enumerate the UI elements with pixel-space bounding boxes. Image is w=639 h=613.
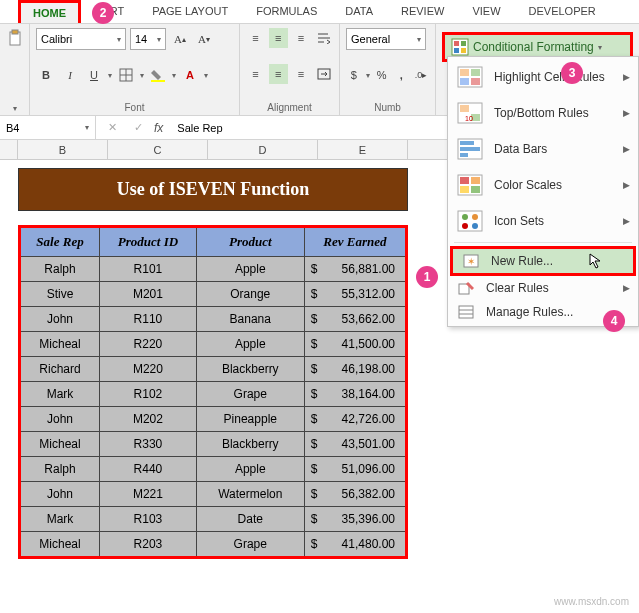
cell-pid[interactable]: R220 <box>100 332 197 357</box>
table-row[interactable]: Ralph R440 Apple $51,096.00 <box>20 457 407 482</box>
cell-rep[interactable]: Micheal <box>20 432 100 457</box>
cf-color-scales[interactable]: Color Scales ▶ <box>448 167 638 203</box>
cell-pid[interactable]: R203 <box>100 532 197 558</box>
cell-rep[interactable]: Mark <box>20 507 100 532</box>
align-middle-icon[interactable]: ≡ <box>269 28 288 48</box>
percent-button[interactable]: % <box>374 65 390 85</box>
cell-rev[interactable]: $46,198.00 <box>304 357 406 382</box>
table-row[interactable]: Micheal R330 Blackberry $43,501.00 <box>20 432 407 457</box>
cell-prod[interactable]: Pineapple <box>196 407 304 432</box>
header-rev[interactable]: Rev Earned <box>304 227 406 257</box>
table-row[interactable]: Mark R102 Grape $38,164.00 <box>20 382 407 407</box>
tab-formulas[interactable]: FORMULAS <box>242 0 331 23</box>
cell-prod[interactable]: Grape <box>196 532 304 558</box>
comma-button[interactable]: , <box>394 65 410 85</box>
cf-icon-sets[interactable]: Icon Sets ▶ <box>448 203 638 239</box>
table-row[interactable]: John M221 Watermelon $56,382.00 <box>20 482 407 507</box>
cf-new-rule[interactable]: ✶ New Rule... <box>450 246 636 276</box>
fill-color-button[interactable] <box>148 65 168 85</box>
cell-pid[interactable]: R110 <box>100 307 197 332</box>
name-box[interactable]: B4▾ <box>0 116 96 139</box>
table-row[interactable]: John R110 Banana $53,662.00 <box>20 307 407 332</box>
table-row[interactable]: Micheal R220 Apple $41,500.00 <box>20 332 407 357</box>
increase-font-icon[interactable]: A▴ <box>170 29 190 49</box>
cell-rev[interactable]: $55,312.00 <box>304 282 406 307</box>
cell-rep[interactable]: Richard <box>20 357 100 382</box>
cell-prod[interactable]: Blackberry <box>196 432 304 457</box>
cell-pid[interactable]: R440 <box>100 457 197 482</box>
cell-rep[interactable]: John <box>20 482 100 507</box>
bold-button[interactable]: B <box>36 65 56 85</box>
formula-input[interactable]: Sale Rep <box>177 122 222 134</box>
cell-pid[interactable]: R101 <box>100 257 197 282</box>
fx-icon[interactable]: fx <box>154 121 163 135</box>
tab-data[interactable]: DATA <box>331 0 387 23</box>
cell-prod[interactable]: Watermelon <box>196 482 304 507</box>
tab-pagelayout[interactable]: PAGE LAYOUT <box>138 0 242 23</box>
align-bottom-icon[interactable]: ≡ <box>292 28 311 48</box>
table-row[interactable]: Stive M201 Orange $55,312.00 <box>20 282 407 307</box>
cell-rev[interactable]: $56,382.00 <box>304 482 406 507</box>
cell-pid[interactable]: M201 <box>100 282 197 307</box>
cf-clear-rules[interactable]: Clear Rules ▶ <box>448 276 638 300</box>
merge-icon[interactable] <box>314 64 333 84</box>
cell-pid[interactable]: R103 <box>100 507 197 532</box>
cell-pid[interactable]: R330 <box>100 432 197 457</box>
cell-prod[interactable]: Date <box>196 507 304 532</box>
cell-rev[interactable]: $38,164.00 <box>304 382 406 407</box>
font-size-select[interactable]: 14▾ <box>130 28 166 50</box>
font-name-select[interactable]: Calibri▾ <box>36 28 126 50</box>
col-header[interactable]: E <box>318 140 408 159</box>
underline-button[interactable]: U <box>84 65 104 85</box>
cell-prod[interactable]: Apple <box>196 332 304 357</box>
tab-home[interactable]: HOME <box>18 0 81 23</box>
align-center-icon[interactable]: ≡ <box>269 64 288 84</box>
cell-rep[interactable]: Ralph <box>20 257 100 282</box>
font-color-button[interactable]: A <box>180 65 200 85</box>
currency-button[interactable]: $ <box>346 65 362 85</box>
cell-rep[interactable]: Stive <box>20 282 100 307</box>
cf-data-bars[interactable]: Data Bars ▶ <box>448 131 638 167</box>
cell-rev[interactable]: $35,396.00 <box>304 507 406 532</box>
cell-rep[interactable]: John <box>20 407 100 432</box>
cell-rev[interactable]: $41,480.00 <box>304 532 406 558</box>
cell-pid[interactable]: M202 <box>100 407 197 432</box>
col-header[interactable]: C <box>108 140 208 159</box>
tab-developer[interactable]: DEVELOPER <box>515 0 610 23</box>
cell-rev[interactable]: $43,501.00 <box>304 432 406 457</box>
cell-prod[interactable]: Apple <box>196 457 304 482</box>
cell-rep[interactable]: Mark <box>20 382 100 407</box>
number-format-select[interactable]: General▾ <box>346 28 426 50</box>
align-top-icon[interactable]: ≡ <box>246 28 265 48</box>
cf-top-bottom[interactable]: 10 Top/Bottom Rules ▶ <box>448 95 638 131</box>
cell-rep[interactable]: Micheal <box>20 332 100 357</box>
align-right-icon[interactable]: ≡ <box>292 64 311 84</box>
cell-rep[interactable]: Ralph <box>20 457 100 482</box>
paste-icon[interactable] <box>6 28 26 48</box>
border-button[interactable] <box>116 65 136 85</box>
table-row[interactable]: John M202 Pineapple $42,726.00 <box>20 407 407 432</box>
cell-prod[interactable]: Blackberry <box>196 357 304 382</box>
accept-formula-icon[interactable]: ✓ <box>128 118 148 138</box>
col-header[interactable]: B <box>18 140 108 159</box>
align-left-icon[interactable]: ≡ <box>246 64 265 84</box>
header-product[interactable]: Product <box>196 227 304 257</box>
cell-prod[interactable]: Apple <box>196 257 304 282</box>
cell-pid[interactable]: M220 <box>100 357 197 382</box>
italic-button[interactable]: I <box>60 65 80 85</box>
decrease-font-icon[interactable]: A▾ <box>194 29 214 49</box>
cell-rev[interactable]: $41,500.00 <box>304 332 406 357</box>
header-salerep[interactable]: Sale Rep <box>20 227 100 257</box>
cell-rev[interactable]: $42,726.00 <box>304 407 406 432</box>
header-productid[interactable]: Product ID <box>100 227 197 257</box>
cell-rep[interactable]: John <box>20 307 100 332</box>
table-row[interactable]: Mark R103 Date $35,396.00 <box>20 507 407 532</box>
col-header[interactable]: D <box>208 140 318 159</box>
increase-decimal-icon[interactable]: .0▸ <box>413 65 429 85</box>
tab-view[interactable]: VIEW <box>458 0 514 23</box>
cell-prod[interactable]: Grape <box>196 382 304 407</box>
cf-highlight-cells[interactable]: Highlight Cells Rules ▶ <box>448 59 638 95</box>
cell-rep[interactable]: Micheal <box>20 532 100 558</box>
cell-prod[interactable]: Banana <box>196 307 304 332</box>
table-row[interactable]: Richard M220 Blackberry $46,198.00 <box>20 357 407 382</box>
